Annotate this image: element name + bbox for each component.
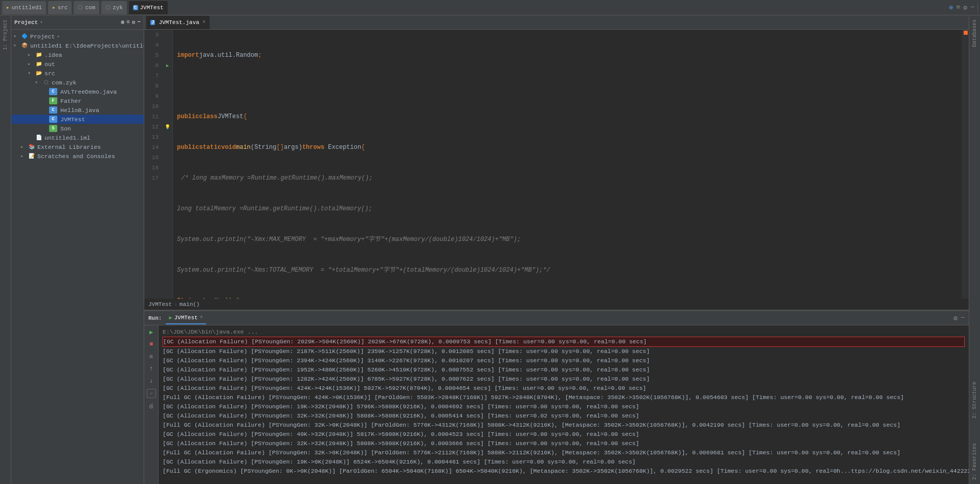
console-line-gc11: [GC (Allocation Failure) [PSYoungGen: 19…	[163, 457, 965, 467]
folder-icon: ▸	[6, 4, 10, 11]
tree-label: Father	[60, 98, 81, 104]
tab-untitled1[interactable]: ▸ untitled1	[2, 1, 46, 14]
breadcrumb-sep: ›	[174, 301, 177, 307]
tree-label: untitled1.iml	[44, 135, 91, 141]
editor-tab-jvmtest[interactable]: J JVMTest.java ×	[146, 16, 210, 29]
tree-arrow: ▾	[35, 79, 42, 85]
sidebar-title: Project	[14, 19, 38, 26]
minimize-panel-icon[interactable]: −	[961, 314, 965, 322]
tree-item-father[interactable]: F Father	[11, 96, 144, 105]
editor-gutter: ▶ 💡	[163, 30, 173, 299]
tree-arrow: ▸	[20, 144, 28, 150]
tree-label: JVMTest	[60, 116, 85, 123]
project-tree: ▾ 🔷 Project ▾ ▾ 📦 untitled1 E:\IdeaProje…	[11, 30, 144, 484]
navigate-icon: ⊕	[949, 4, 953, 12]
console-line-gc1: [GC (Allocation Failure) [PSYoungGen: 20…	[163, 337, 965, 347]
collapse-icon[interactable]: ≡	[126, 19, 130, 26]
close-tab-icon[interactable]: ×	[203, 19, 206, 25]
editor-tabs: J JVMTest.java ×	[144, 15, 969, 30]
tree-item-idea[interactable]: ▸ 📁 .idea	[11, 50, 144, 59]
scroll-indicator	[962, 30, 969, 299]
print-button[interactable]: 🖨	[147, 401, 156, 410]
tree-item-jvmtest[interactable]: C JVMTest	[11, 115, 144, 124]
favorites-panel-toggle[interactable]: 2: Favorites	[971, 441, 978, 482]
settings-icon[interactable]: ⚙	[132, 19, 136, 26]
src-folder-icon: 📂	[35, 70, 43, 77]
console-line-gc4: [GC (Allocation Failure) [PSYoungGen: 19…	[163, 365, 965, 375]
close-run-tab-icon[interactable]: ×	[200, 315, 203, 320]
code-line-4	[177, 81, 957, 91]
error-indicator	[964, 31, 968, 35]
tree-label: .idea	[44, 52, 62, 58]
locate-icon[interactable]: ⊕	[121, 19, 125, 26]
run-gutter-main[interactable]: ▶	[163, 60, 172, 71]
java-tab-icon: J	[150, 20, 155, 25]
run-label: Run:	[148, 315, 162, 321]
console-line-gc5: [GC (Allocation Failure) [PSYoungGen: 12…	[163, 375, 965, 384]
tree-item-iml[interactable]: 📄 untitled1.iml	[11, 133, 144, 142]
code-content[interactable]: import java.util.Random; public class JV…	[173, 30, 962, 299]
tree-item-ext-libs[interactable]: ▸ 📚 External Libraries	[11, 142, 144, 151]
line-numbers: 3 4 5 6 7 8 9 10 11 12 13 14 15 16 17	[144, 30, 163, 299]
warn-gutter-while: 💡	[163, 122, 172, 132]
code-line-8: long totalMemory =Runtime.getRuntime().t…	[177, 204, 957, 214]
tab-src[interactable]: ▸ src	[48, 1, 72, 14]
settings-icon[interactable]: ⚙	[953, 314, 957, 322]
bottom-tab-icons: ⚙ −	[953, 314, 965, 322]
tree-item-untitled1[interactable]: ▾ 📦 untitled1 E:\IdeaProjects\untitled1	[11, 41, 144, 50]
java-file-icon: C	[49, 88, 57, 95]
structure-panel-toggle[interactable]: 2: Structure	[971, 380, 978, 421]
package-icon: ⬡	[42, 79, 50, 86]
console-line-gc10: [GC (Allocation Failure) [PSYoungGen: 32…	[163, 439, 965, 448]
tab-com[interactable]: ⬡ com	[74, 1, 99, 14]
console-line-fullgc2: [Full GC (Allocation Failure) [PSYoungGe…	[163, 421, 965, 430]
scratches-icon: 📝	[28, 152, 36, 160]
father-icon: F	[49, 97, 57, 104]
gear-icon[interactable]: ⚙	[963, 4, 967, 12]
tree-item-hellob[interactable]: C HelloB.java	[11, 105, 144, 115]
console-toolbar: ▶ ■ ⊞ ↑ ↓ ⏎ 🖨	[144, 325, 159, 484]
scroll-up-button[interactable]: ↑	[147, 364, 156, 373]
tab-jvmtest-nav[interactable]: C JVMTest	[129, 1, 168, 14]
top-tab-bar: ▸ untitled1 ▸ src ⬡ com ⬡ zyk C JVMTest …	[0, 0, 980, 15]
run-console: ▶ ■ ⊞ ↑ ↓ ⏎ 🖨 E:\JDK\JDK\bin\java.exe ..…	[144, 325, 969, 484]
tree-item-project[interactable]: ▾ 🔷 Project ▾	[11, 32, 144, 41]
java-file-icon: C	[49, 116, 57, 123]
tree-item-com-zyk[interactable]: ▾ ⬡ com.zyk	[11, 78, 144, 87]
tree-arrow: ▸	[28, 61, 35, 67]
stop-button[interactable]: ■	[147, 340, 156, 349]
soft-wrap-button[interactable]: ⏎	[147, 389, 156, 398]
bottom-tabs-bar: Run: ▶ JVMTest × ⚙ −	[144, 311, 969, 325]
console-line-path: E:\JDK\JDK\bin\java.exe ...	[163, 327, 965, 337]
breadcrumb-main[interactable]: main()	[180, 301, 200, 307]
tab-zyk[interactable]: ⬡ zyk	[101, 1, 127, 14]
editor-column: J JVMTest.java × 3 4 5 6 7 8 9 10 11	[144, 15, 969, 484]
tree-label: src	[44, 70, 55, 77]
project-icon: 🔷	[20, 33, 29, 40]
tree-item-avl[interactable]: C AVLTreeDemo.java	[11, 87, 144, 96]
project-panel-toggle[interactable]: 1: Project	[2, 17, 9, 52]
close-sidebar-icon[interactable]: −	[137, 19, 141, 26]
separator	[977, 4, 978, 12]
tree-item-son[interactable]: S Son	[11, 124, 144, 133]
breadcrumb-jvmtest[interactable]: JVMTest	[148, 301, 172, 307]
database-panel-toggle[interactable]: Databases	[971, 17, 978, 49]
restore-button[interactable]: ⊞	[147, 352, 156, 361]
tree-item-scratches[interactable]: ▸ 📝 Scratches and Consoles	[11, 151, 144, 161]
editor-tab-label: JVMTest.java	[159, 19, 199, 26]
console-line-fullgc4: [Full GC (Ergonomics) [PSYoungGen: 0K->0…	[163, 467, 965, 476]
console-output[interactable]: E:\JDK\JDK\bin\java.exe ... [GC (Allocat…	[159, 325, 969, 484]
tree-label: out	[44, 61, 55, 68]
sidebar-title-bar: Project ▾ ⊕ ≡ ⚙ −	[11, 15, 144, 30]
son-icon: S	[49, 125, 57, 132]
bottom-tab-jvmtest[interactable]: ▶ JVMTest ×	[166, 312, 206, 324]
folder-icon: 📁	[35, 60, 43, 68]
tree-item-src[interactable]: ▾ 📂 src	[11, 69, 144, 78]
rerun-button[interactable]: ▶	[147, 327, 156, 337]
minimize-icon[interactable]: −	[970, 4, 974, 11]
code-editor[interactable]: 3 4 5 6 7 8 9 10 11 12 13 14 15 16 17	[144, 30, 969, 299]
java-file-icon: C	[49, 106, 57, 114]
scroll-down-button[interactable]: ↓	[147, 377, 156, 386]
tree-item-out[interactable]: ▸ 📁 out	[11, 59, 144, 69]
bottom-panel: Run: ▶ JVMTest × ⚙ − ▶	[144, 310, 969, 484]
